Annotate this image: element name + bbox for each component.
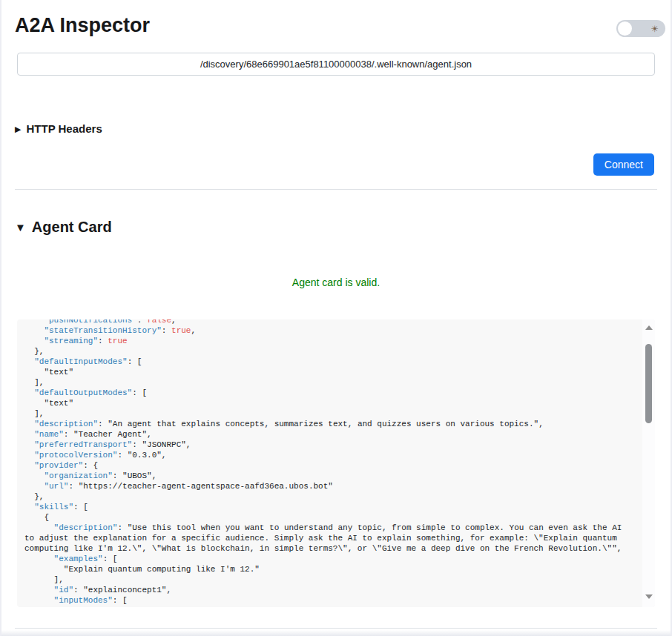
code-line: "skills": [	[24, 502, 636, 512]
json-token: : [	[128, 357, 142, 366]
json-token: "stateTransitionHistory"	[44, 326, 161, 335]
scrollbar-thumb[interactable]	[645, 344, 652, 423]
code-line: {	[24, 512, 636, 523]
http-headers-toggle[interactable]: ▶ HTTP Headers	[15, 122, 102, 136]
json-token	[24, 326, 44, 335]
json-token: "name"	[34, 430, 64, 439]
json-token: ,	[617, 544, 622, 553]
json-token: "UBOS"	[122, 471, 152, 480]
json-token: "url"	[44, 482, 68, 491]
code-line: ],	[24, 377, 636, 388]
json-token: : {	[83, 461, 98, 470]
json-token: :	[132, 440, 142, 449]
code-line: "description": "Use this tool when you w…	[24, 523, 636, 554]
json-code-scroll-area[interactable]: "pushNotifications": false, "stateTransi…	[17, 319, 642, 607]
json-token	[24, 503, 34, 511]
json-token: "https://teacher-agent-agentspace-aafd36…	[79, 482, 333, 491]
code-line: "defaultInputModes": [	[24, 357, 636, 367]
json-token: : [	[132, 388, 147, 397]
code-line: "defaultOutputModes": [	[24, 388, 636, 398]
sun-icon: ☀	[650, 24, 659, 33]
code-line: "protocolVersion": "0.3.0",	[24, 450, 636, 460]
json-token	[24, 461, 34, 470]
json-token: "description"	[54, 523, 118, 532]
a2a-inspector-window: A2A Inspector ☀ ▶ HTTP Headers Connect ▼…	[0, 0, 672, 636]
json-token: "organization"	[44, 471, 112, 480]
json-token: "streaming"	[44, 337, 98, 345]
json-token: true	[171, 326, 191, 335]
json-token	[24, 586, 54, 594]
json-token	[24, 523, 54, 532]
code-line: "stateTransitionHistory": true,	[24, 325, 636, 336]
json-token: "JSONRPC"	[142, 440, 185, 449]
json-token	[24, 565, 64, 574]
connect-button[interactable]: Connect	[593, 153, 654, 176]
json-token: ,	[191, 326, 196, 335]
code-line: "streaming": true	[24, 336, 636, 346]
code-line: "id": "explainconcept1",	[24, 585, 636, 595]
json-token: :	[98, 337, 108, 345]
json-token: ],	[24, 409, 44, 418]
json-token: :	[113, 471, 122, 480]
divider	[15, 189, 657, 190]
code-line: "pushNotifications": false,	[24, 319, 636, 325]
json-token: "id"	[54, 586, 73, 594]
code-line: "preferredTransport": "JSONRPC",	[24, 440, 636, 450]
json-token: :	[68, 482, 78, 491]
caret-down-icon: ▼	[15, 222, 26, 233]
json-token: "Teacher Agent"	[73, 430, 147, 439]
code-line: "examples": [	[24, 554, 636, 564]
json-token: "description"	[34, 420, 98, 428]
theme-toggle[interactable]: ☀	[616, 20, 665, 37]
json-token	[24, 337, 44, 345]
agent-url-input[interactable]	[17, 53, 655, 76]
json-token: "skills"	[34, 503, 73, 511]
json-token	[24, 440, 34, 449]
json-token: :	[117, 523, 127, 532]
json-token: :	[73, 586, 83, 594]
scroll-up-arrow-icon[interactable]	[645, 325, 653, 330]
code-line: "Explain quantum computing like I'm 12."	[24, 564, 636, 574]
scroll-down-arrow-icon[interactable]	[645, 594, 653, 599]
json-token: : [	[73, 503, 88, 511]
json-token	[24, 388, 34, 397]
json-token	[24, 471, 44, 480]
json-token: "text"	[44, 368, 73, 377]
json-token	[24, 357, 34, 366]
json-token: :	[64, 430, 73, 439]
json-token: ,	[186, 440, 191, 449]
json-token: ,	[166, 586, 171, 594]
agent-card-label: Agent Card	[32, 218, 112, 236]
code-line: "inputModes": [	[24, 595, 636, 606]
code-scrollbar[interactable]	[642, 319, 655, 607]
json-token: "0.3.0"	[128, 451, 162, 460]
json-token: :	[117, 451, 127, 460]
code-line: "description": "An agent that explains c…	[24, 419, 636, 429]
json-token: "Explain quantum computing like I'm 12."	[64, 565, 260, 574]
json-token: },	[24, 492, 44, 501]
json-token: ,	[152, 471, 157, 480]
json-token	[24, 451, 34, 460]
agent-card-toggle[interactable]: ▼ Agent Card	[15, 218, 112, 236]
code-line: "text"	[24, 367, 636, 377]
json-token: "explainconcept1"	[83, 586, 166, 594]
json-token: :	[137, 319, 147, 325]
json-token: ],	[24, 575, 64, 584]
json-token	[24, 399, 44, 408]
json-token	[24, 554, 54, 563]
json-token: "text"	[44, 399, 73, 408]
code-line: "organization": "UBOS",	[24, 471, 636, 481]
json-token: "defaultOutputModes"	[34, 388, 132, 397]
json-token: :	[162, 326, 171, 335]
json-token	[24, 596, 54, 605]
code-line: "name": "Teacher Agent",	[24, 429, 636, 440]
json-code: "pushNotifications": false, "stateTransi…	[17, 319, 642, 606]
code-line: },	[24, 346, 636, 357]
json-token: ,	[171, 319, 177, 325]
code-line: ],	[24, 574, 636, 585]
json-token: : [	[113, 596, 128, 605]
caret-right-icon: ▶	[15, 125, 21, 133]
json-token: "provider"	[34, 461, 83, 470]
json-token: "inputModes"	[54, 596, 113, 605]
validation-message: Agent card is valid.	[1, 276, 671, 288]
